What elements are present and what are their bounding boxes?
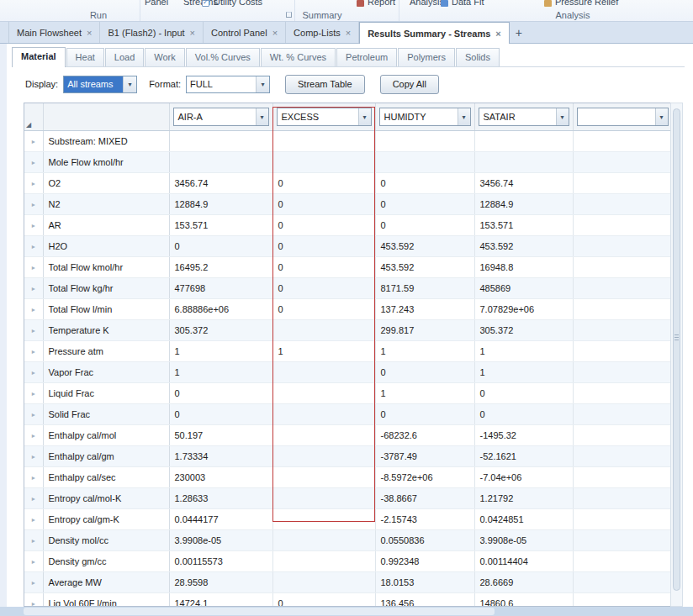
table-cell[interactable]: 0 — [272, 257, 375, 278]
close-icon[interactable]: × — [190, 28, 195, 38]
table-cell[interactable]: -1495.32 — [474, 425, 573, 446]
table-cell[interactable]: 0 — [272, 593, 375, 608]
table-cell[interactable] — [272, 425, 375, 446]
table-cell[interactable]: 18.0153 — [375, 572, 474, 593]
table-cell[interactable]: 0 — [375, 173, 474, 194]
copy-all-button[interactable]: Copy All — [380, 75, 439, 94]
table-cell[interactable]: 28.6669 — [474, 572, 573, 593]
table-cell[interactable]: 16948.8 — [474, 257, 573, 278]
tab-solids[interactable]: Solids — [456, 48, 500, 66]
row-selector[interactable]: ▸ — [24, 467, 43, 488]
table-cell[interactable]: 477698 — [169, 278, 272, 299]
ribbon-button-utility-costs[interactable]: Utility Costs — [214, 0, 262, 9]
table-cell[interactable] — [573, 572, 671, 593]
table-cell[interactable]: 0 — [169, 236, 272, 257]
table-cell[interactable] — [573, 173, 671, 194]
table-cell[interactable] — [573, 152, 671, 173]
table-cell[interactable]: 6.88886e+06 — [169, 299, 272, 320]
tab-work[interactable]: Work — [145, 48, 184, 66]
stream-column-combo[interactable]: HUMIDTY ▾ — [379, 108, 471, 126]
table-cell[interactable]: 28.9598 — [169, 572, 272, 593]
format-select[interactable]: FULL ▾ — [186, 76, 270, 93]
tab-heat[interactable]: Heat — [66, 48, 104, 66]
table-cell[interactable]: 136.456 — [375, 593, 474, 608]
table-cell[interactable] — [474, 131, 573, 152]
table-cell[interactable]: 1 — [169, 341, 272, 362]
chevron-down-icon[interactable]: ▾ — [256, 108, 268, 125]
table-cell[interactable]: 299.817 — [375, 320, 474, 341]
stream-table-button[interactable]: Stream Table — [285, 75, 365, 94]
table-cell[interactable] — [474, 152, 573, 173]
table-cell[interactable] — [272, 572, 375, 593]
tab-control-panel[interactable]: Control Panel × — [204, 22, 286, 43]
table-cell[interactable] — [573, 467, 671, 488]
table-cell[interactable]: -2.15743 — [375, 509, 474, 530]
table-cell[interactable] — [272, 509, 375, 530]
table-cell[interactable] — [272, 383, 375, 404]
table-cell[interactable]: 50.197 — [169, 425, 272, 446]
row-selector[interactable]: ▸ — [24, 446, 43, 467]
table-cell[interactable]: -8.5972e+06 — [375, 467, 474, 488]
table-cell[interactable]: 0.00115573 — [169, 551, 272, 572]
ribbon-button-report[interactable]: Report — [368, 0, 395, 9]
table-cell[interactable]: 0 — [272, 173, 375, 194]
table-cell[interactable]: 1.73334 — [169, 446, 272, 467]
table-cell[interactable]: 305.372 — [474, 320, 573, 341]
row-selector[interactable]: ▸ — [24, 278, 43, 299]
row-selector[interactable]: ▸ — [24, 215, 43, 236]
stream-column-combo[interactable]: SATAIR ▾ — [479, 108, 569, 126]
table-cell[interactable]: 153.571 — [474, 215, 573, 236]
table-cell[interactable]: 453.592 — [375, 257, 474, 278]
table-cell[interactable]: 0 — [272, 215, 375, 236]
table-cell[interactable] — [573, 236, 671, 257]
row-selector[interactable]: ▸ — [24, 299, 43, 320]
chevron-down-icon[interactable]: ▾ — [556, 108, 569, 125]
table-cell[interactable]: 0 — [375, 215, 474, 236]
table-cell[interactable]: 230003 — [169, 467, 272, 488]
row-selector[interactable]: ▸ — [24, 131, 43, 152]
table-cell[interactable]: 0 — [169, 383, 272, 404]
table-cell[interactable] — [272, 467, 375, 488]
horizontal-scrollbar-thumb[interactable] — [24, 608, 495, 615]
table-cell[interactable]: -68232.6 — [375, 425, 474, 446]
table-cell[interactable] — [272, 404, 375, 425]
table-cell[interactable]: 3.9908e-05 — [474, 530, 573, 551]
table-cell[interactable] — [573, 425, 671, 446]
tab-b1-flash2-input[interactable]: B1 (Flash2) - Input × — [100, 22, 204, 43]
table-cell[interactable]: 8171.59 — [375, 278, 474, 299]
ribbon-button-analysis[interactable]: Analysis — [410, 0, 444, 9]
table-cell[interactable] — [573, 341, 671, 362]
table-cell[interactable] — [169, 152, 272, 173]
table-cell[interactable] — [573, 446, 671, 467]
table-cell[interactable] — [272, 530, 375, 551]
table-cell[interactable]: -38.8667 — [375, 488, 474, 509]
table-cell[interactable] — [573, 194, 671, 215]
table-cell[interactable]: 137.243 — [375, 299, 474, 320]
stream-column-combo[interactable]: AIR-A ▾ — [173, 108, 269, 126]
table-cell[interactable]: 14724.1 — [169, 593, 272, 608]
row-selector[interactable]: ▸ — [24, 257, 43, 278]
table-cell[interactable] — [272, 362, 375, 383]
table-cell[interactable] — [375, 152, 474, 173]
table-cell[interactable]: 1 — [272, 341, 375, 362]
row-selector[interactable]: ▸ — [24, 152, 43, 173]
table-cell[interactable]: 153.571 — [169, 215, 272, 236]
ribbon-button-pressure-relief[interactable]: Pressure Relief — [555, 0, 618, 9]
table-cell[interactable]: 1.21792 — [474, 488, 573, 509]
row-selector[interactable]: ▸ — [24, 551, 43, 572]
table-cell[interactable]: 0 — [474, 383, 573, 404]
table-cell[interactable]: 485869 — [474, 278, 573, 299]
table-cell[interactable] — [272, 446, 375, 467]
table-cell[interactable] — [573, 257, 671, 278]
row-selector[interactable]: ▸ — [24, 173, 43, 194]
table-cell[interactable]: 0 — [272, 278, 375, 299]
row-selector[interactable]: ▸ — [24, 530, 43, 551]
row-selector[interactable]: ▸ — [24, 425, 43, 446]
checkbox-icon[interactable] — [202, 0, 209, 7]
table-cell[interactable] — [272, 320, 375, 341]
vertical-scrollbar[interactable] — [670, 103, 683, 607]
table-cell[interactable]: 1 — [474, 341, 573, 362]
row-selector[interactable]: ▸ — [24, 404, 43, 425]
chevron-down-icon[interactable]: ▾ — [256, 76, 269, 92]
ribbon-button-panel[interactable]: Panel — [145, 0, 168, 9]
